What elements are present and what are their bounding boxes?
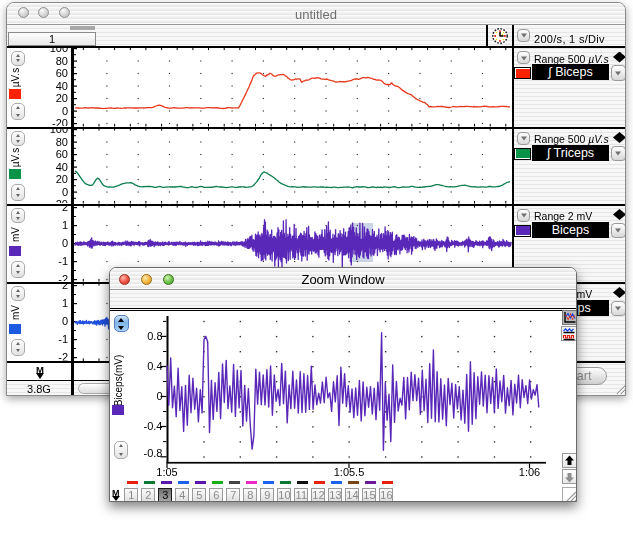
svg-text:-2: -2 xyxy=(58,273,68,285)
svg-text:1:05: 1:05 xyxy=(156,466,177,478)
svg-text:1: 1 xyxy=(62,219,68,231)
svg-text:60: 60 xyxy=(56,148,68,160)
svg-text:-0.8: -0.8 xyxy=(144,447,163,459)
svg-text:1:05.5: 1:05.5 xyxy=(334,466,365,478)
svg-text:1:06: 1:06 xyxy=(519,466,540,478)
svg-text:0: 0 xyxy=(62,105,68,117)
svg-text:0: 0 xyxy=(62,315,68,327)
svg-text:20: 20 xyxy=(56,173,68,185)
svg-text:-1: -1 xyxy=(58,255,68,267)
svg-text:0: 0 xyxy=(156,390,162,402)
svg-text:-0.4: -0.4 xyxy=(144,420,163,432)
svg-text:60: 60 xyxy=(56,67,68,79)
svg-text:-2: -2 xyxy=(58,351,68,363)
svg-text:100: 100 xyxy=(50,42,68,54)
svg-text:80: 80 xyxy=(56,55,68,67)
svg-text:-20: -20 xyxy=(52,117,68,129)
svg-text:0.8: 0.8 xyxy=(147,330,162,342)
svg-text:80: 80 xyxy=(56,136,68,148)
svg-text:40: 40 xyxy=(56,161,68,173)
svg-text:20: 20 xyxy=(56,92,68,104)
svg-text:0.4: 0.4 xyxy=(147,360,162,372)
svg-text:1: 1 xyxy=(62,297,68,309)
svg-text:-1: -1 xyxy=(58,333,68,345)
svg-text:0: 0 xyxy=(62,237,68,249)
svg-text:40: 40 xyxy=(56,80,68,92)
svg-text:0: 0 xyxy=(62,186,68,198)
